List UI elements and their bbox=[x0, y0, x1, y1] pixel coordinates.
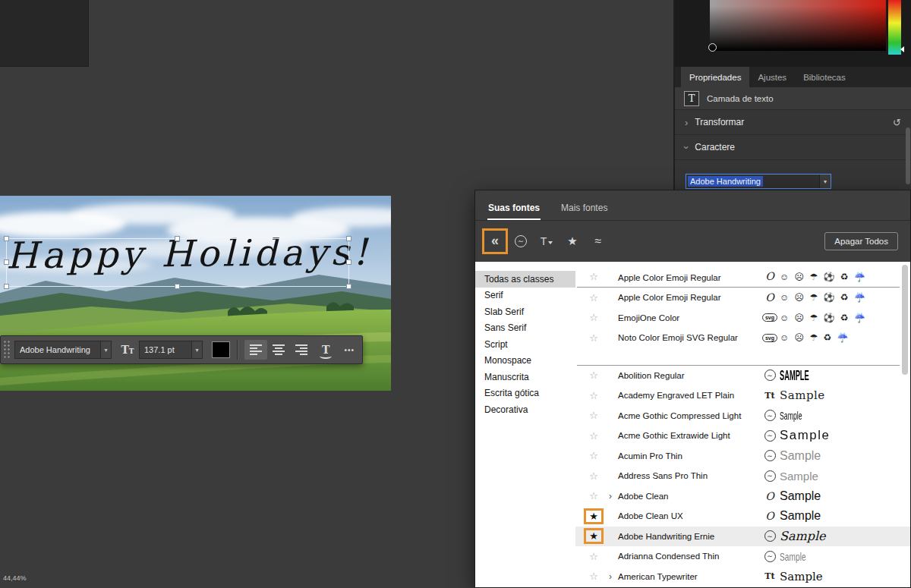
tab-propriedades[interactable]: Propriedades bbox=[681, 67, 749, 87]
favorite-star-icon[interactable]: ☆ bbox=[583, 470, 604, 482]
align-center-button[interactable] bbox=[267, 340, 290, 360]
font-row[interactable]: ☆ Acme Gothic Compressed Light ∼ Sample bbox=[575, 406, 910, 426]
type-filter-icon: T bbox=[541, 235, 553, 247]
transform-handle[interactable] bbox=[4, 284, 9, 289]
font-sample: Sample bbox=[780, 429, 830, 442]
favorite-star-icon[interactable]: ☆ bbox=[583, 450, 604, 461]
drag-grip-icon[interactable] bbox=[3, 340, 10, 360]
favorite-star-icon[interactable]: ☆ bbox=[583, 410, 604, 421]
favorite-star-icon-annotated[interactable]: ★ bbox=[583, 511, 604, 522]
favorites-filter-button[interactable]: ★ bbox=[563, 231, 582, 251]
chevron-down-icon[interactable]: ▾ bbox=[191, 341, 202, 358]
favorite-star-icon[interactable]: ☆ bbox=[583, 312, 604, 323]
layer-type-row: T Camada de texto bbox=[675, 87, 911, 110]
transform-section-header[interactable]: › Transformar ↺ bbox=[675, 110, 911, 135]
font-size-dropdown[interactable]: 137.1 pt ▾ bbox=[139, 341, 203, 359]
font-name: Adobe Handwriting Ernie bbox=[616, 532, 760, 541]
class-item-serif[interactable]: Serif bbox=[475, 288, 575, 304]
transform-handle[interactable] bbox=[346, 259, 351, 265]
svg-font-icon: svg bbox=[762, 313, 777, 322]
font-row[interactable]: ☆ Acumin Pro Thin ∼ Sample bbox=[575, 446, 910, 467]
font-row[interactable]: ☆ Noto Color Emoji SVG Regular svg ☺ ☹ ☂… bbox=[575, 328, 910, 348]
similarity-filter-button[interactable]: ≈ bbox=[588, 231, 608, 251]
transform-handle[interactable] bbox=[175, 284, 180, 289]
text-color-swatch[interactable] bbox=[212, 341, 230, 358]
transform-handle[interactable] bbox=[346, 236, 351, 241]
font-row[interactable]: ☆ EmojiOne Color svg ☺ ☹ ☂ ⚽ ♻ ☔ bbox=[575, 308, 910, 329]
font-row[interactable]: ☆ › American Typewriter Tt Sample bbox=[575, 567, 910, 587]
clear-all-filters-button[interactable]: Apagar Todos bbox=[824, 232, 898, 250]
favorite-star-icon-annotated[interactable]: ★ bbox=[583, 530, 604, 542]
class-item-script[interactable]: Script bbox=[475, 336, 575, 353]
saturation-brightness-field[interactable] bbox=[710, 0, 886, 51]
warp-text-icon[interactable]: T bbox=[322, 344, 329, 356]
font-row[interactable]: ★ Adobe Clean UX O Sample bbox=[575, 506, 910, 527]
chevron-down-icon[interactable]: › bbox=[681, 146, 692, 149]
chevron-down-icon[interactable]: ▾ bbox=[100, 341, 111, 358]
font-row[interactable]: ☆ Apple Color Emoji Regular O ☺ ☹ ☂ ⚽ ♻ … bbox=[575, 262, 910, 287]
similarity-icon: ∼ bbox=[515, 235, 527, 247]
tab-suas-fontes[interactable]: Suas fontes bbox=[487, 203, 541, 220]
panel-scrollbar[interactable] bbox=[906, 127, 910, 184]
character-section-label: Caractere bbox=[695, 142, 735, 153]
transform-handle[interactable] bbox=[175, 236, 180, 241]
disclosure-chevron-icon[interactable]: › bbox=[604, 571, 616, 582]
zoom-level[interactable]: 44,44% bbox=[3, 574, 27, 582]
opentype-icon: O bbox=[765, 490, 774, 502]
text-selection-bounding-box[interactable] bbox=[6, 238, 349, 287]
align-right-button[interactable] bbox=[290, 340, 313, 360]
class-item-todas[interactable]: Todas as classes bbox=[475, 271, 575, 288]
chevron-down-icon[interactable]: ▾ bbox=[819, 175, 831, 188]
favorite-star-icon[interactable]: ☆ bbox=[583, 369, 604, 381]
favorite-star-icon[interactable]: ☆ bbox=[583, 390, 604, 401]
font-row[interactable]: ☆ Adrianna Condensed Thin ∼ Sample bbox=[575, 546, 910, 567]
favorite-star-icon[interactable]: ☆ bbox=[583, 551, 604, 562]
font-name: Acme Gothic Compressed Light bbox=[616, 411, 760, 420]
font-type-filter-button[interactable]: T bbox=[537, 231, 556, 251]
disclosure-chevron-icon[interactable]: › bbox=[604, 491, 616, 502]
reset-transform-icon[interactable]: ↺ bbox=[893, 117, 901, 128]
font-row[interactable]: ☆ Acme Gothic Extrawide Light ∼ Sample bbox=[575, 426, 910, 446]
favorite-star-icon[interactable]: ☆ bbox=[583, 490, 604, 502]
favorite-star-icon[interactable]: ☆ bbox=[583, 571, 604, 582]
similar-fonts-filter-button[interactable]: ∼ bbox=[511, 231, 531, 251]
collapse-panel-button[interactable]: « bbox=[485, 231, 505, 251]
hue-slider[interactable] bbox=[888, 0, 901, 55]
tab-mais-fontes[interactable]: Mais fontes bbox=[560, 203, 608, 220]
group-gap bbox=[575, 348, 910, 365]
class-item-monospace[interactable]: Monospace bbox=[475, 353, 575, 369]
class-item-slab-serif[interactable]: Slab Serif bbox=[475, 303, 575, 320]
transform-handle[interactable] bbox=[4, 236, 9, 241]
font-row[interactable]: ☆ Abolition Regular ∼ SAMPLE bbox=[575, 366, 910, 386]
font-row[interactable]: ☆ Apple Color Emoji Regular O ☺ ☹ ☂ ⚽ ♻ … bbox=[575, 288, 910, 308]
tab-ajustes[interactable]: Ajustes bbox=[749, 67, 795, 87]
character-section-header[interactable]: › Caractere bbox=[675, 135, 911, 160]
font-row[interactable]: ☆ Academy Engraved LET Plain Tt Sample bbox=[575, 385, 910, 406]
class-item-manuscrita[interactable]: Manuscrita bbox=[475, 369, 575, 385]
class-item-sans-serif[interactable]: Sans Serif bbox=[475, 320, 575, 337]
font-row[interactable]: ☆ Address Sans Pro Thin ∼ Sample bbox=[575, 466, 910, 486]
more-options-button[interactable]: ••• bbox=[344, 346, 355, 354]
color-picker-cursor[interactable] bbox=[708, 43, 717, 52]
favorite-star-icon[interactable]: ☆ bbox=[583, 430, 604, 442]
class-item-decorativa[interactable]: Decorativa bbox=[475, 401, 575, 418]
character-font-family-field[interactable]: Adobe Handwriting ▾ bbox=[686, 174, 831, 189]
font-name: Abolition Regular bbox=[616, 371, 760, 380]
transform-handle[interactable] bbox=[4, 259, 9, 265]
font-family-dropdown[interactable]: Adobe Handwriting ▾ bbox=[14, 341, 112, 359]
transform-handle[interactable] bbox=[346, 284, 351, 289]
font-name: Acme Gothic Extrawide Light bbox=[616, 431, 760, 440]
font-filter-bar: « ∼ T ★ ≈ Apagar Todos bbox=[475, 221, 910, 261]
class-item-escrita-gotica[interactable]: Escrita gótica bbox=[475, 385, 575, 402]
font-list-scrollbar[interactable] bbox=[902, 265, 908, 375]
align-left-button[interactable] bbox=[244, 340, 267, 360]
favorite-star-icon[interactable]: ☆ bbox=[583, 292, 604, 303]
font-row[interactable]: ☆ › Adobe Clean O Sample bbox=[575, 486, 910, 507]
favorite-star-icon[interactable]: ☆ bbox=[583, 332, 604, 344]
font-name: Apple Color Emoji Regular bbox=[616, 293, 760, 302]
font-row-selected[interactable]: ★ Adobe Handwriting Ernie ∼ Sample bbox=[575, 527, 910, 547]
hue-slider-handle[interactable] bbox=[900, 46, 904, 52]
tab-bibliotecas[interactable]: Bibliotecas bbox=[795, 67, 854, 87]
chevron-right-icon[interactable]: › bbox=[685, 117, 688, 128]
favorite-star-icon[interactable]: ☆ bbox=[583, 271, 604, 282]
